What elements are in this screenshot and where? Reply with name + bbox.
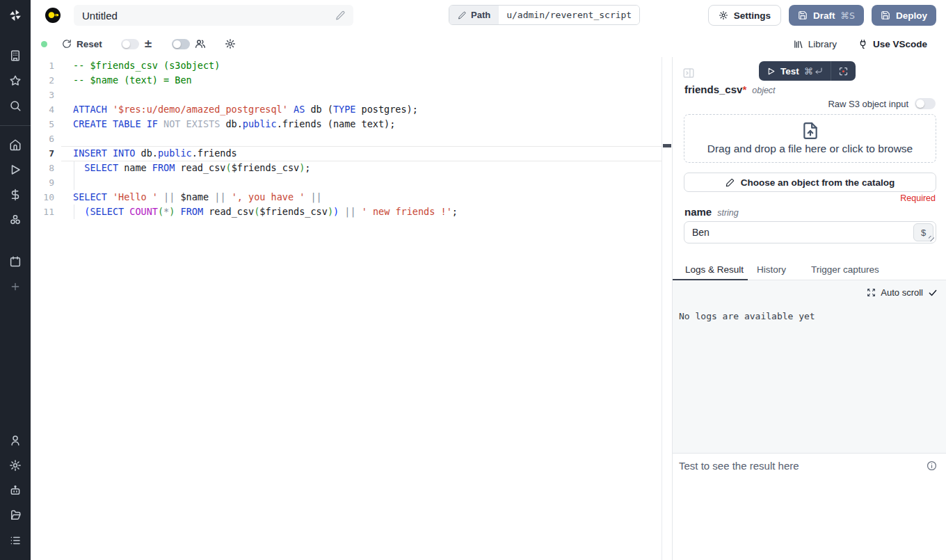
edit-path-pencil-icon (458, 11, 466, 19)
sidebar-item-audit-logs[interactable] (0, 528, 31, 553)
sidebar-item-home[interactable] (0, 132, 31, 157)
name-field-value: Ben (684, 227, 913, 238)
sidebar-item-favorites[interactable] (0, 68, 31, 93)
result-placeholder: Test to see the result here (679, 460, 799, 472)
code-line-9[interactable]: 9 (31, 175, 672, 190)
multiplayer-toggle[interactable] (172, 39, 190, 49)
code-text: SELECT name FROM read_csv($friends_csv); (73, 161, 310, 175)
use-vscode-button[interactable]: Use VScode (858, 39, 927, 49)
code-line-5[interactable]: 5CREATE TABLE IF NOT EXISTS db.public.fr… (31, 117, 672, 131)
draft-shortcut: ⌘S (841, 10, 855, 21)
sidebar-item-resources[interactable] (0, 207, 31, 232)
test-button[interactable]: Test ⌘ (759, 66, 831, 77)
deploy-button[interactable]: Deploy (872, 5, 936, 26)
library-label: Library (808, 39, 837, 49)
test-button-group: Test ⌘ (759, 61, 856, 81)
field-label-name: name string (684, 206, 739, 218)
auto-scroll-label: Auto scroll (881, 287, 923, 298)
library-button[interactable]: Library (793, 39, 837, 49)
input-resize-handle[interactable] (929, 236, 935, 242)
sidebar-item-workspace-settings[interactable] (0, 453, 31, 478)
edit-title-pencil-icon[interactable] (335, 10, 345, 20)
code-line-10[interactable]: 10SELECT 'Hello ' || $name || ', you hav… (31, 190, 672, 205)
line-number: 5 (31, 117, 54, 131)
result-section: Test to see the result here (673, 453, 946, 560)
settings-button[interactable]: Settings (708, 5, 781, 26)
sidebar-item-create[interactable] (0, 274, 31, 299)
command-key-icon: ⌘ (804, 66, 813, 77)
script-title: Untitled (82, 10, 335, 22)
deploy-button-label: Deploy (896, 10, 927, 21)
logs-section: Auto scroll No logs are available yet (673, 280, 946, 453)
panel-tabs: Logs & Result History Trigger captures (673, 263, 946, 280)
play-icon (767, 67, 776, 76)
sidebar-item-folders[interactable] (0, 503, 31, 528)
auto-scroll-control[interactable]: Auto scroll (867, 287, 938, 298)
library-icon (793, 39, 803, 49)
code-line-6[interactable]: 6 (31, 131, 672, 146)
info-icon[interactable] (927, 461, 937, 471)
script-title-input[interactable]: Untitled (74, 5, 353, 26)
logs-empty-message: No logs are available yet (679, 311, 815, 321)
field-label-friends-csv: friends_csv* object (684, 83, 776, 95)
editor-settings-gear-icon[interactable] (225, 38, 236, 49)
file-dropzone[interactable]: Drag and drop a file here or click to br… (684, 114, 936, 163)
code-line-4[interactable]: 4ATTACH '$res:u/demo/amazed_postgresql' … (31, 102, 672, 117)
windmill-logo-icon[interactable] (0, 0, 31, 31)
capture-test-button[interactable] (831, 66, 856, 77)
code-line-1[interactable]: 1-- $friends_csv (s3object) (31, 58, 672, 73)
line-number: 11 (31, 205, 54, 219)
code-area[interactable]: 1-- $friends_csv (s3object)2-- $name (te… (31, 57, 672, 560)
multiplayer-users-icon (195, 38, 206, 49)
field-name: friends_csv* (684, 83, 746, 95)
sidebar-bottom-group (0, 428, 31, 560)
reset-button[interactable]: Reset (62, 39, 102, 49)
tab-history[interactable]: History (757, 264, 786, 275)
sidebar-middle-group (0, 132, 31, 299)
code-line-11[interactable]: 11 (SELECT COUNT(*) FROM read_csv($frien… (31, 205, 672, 219)
app-sidebar (0, 0, 31, 560)
code-text: -- $name (text) = Ben (73, 73, 192, 88)
catalog-button-label: Choose an object from the catalog (741, 177, 895, 188)
test-button-label: Test (780, 66, 799, 77)
sidebar-item-ai-assistant[interactable] (0, 478, 31, 503)
run-preview-panel: Test ⌘ friends_csv* object Raw S3 object… (672, 57, 946, 560)
indent-guide (74, 205, 74, 219)
expand-icon[interactable] (867, 288, 876, 297)
cursor-position-mark (663, 144, 671, 147)
code-text: SELECT 'Hello ' || $name || ', you have … (73, 190, 322, 205)
code-line-7[interactable]: 7INSERT INTO db.public.friends (31, 146, 672, 161)
code-line-2[interactable]: 2-- $name (text) = Ben (31, 73, 672, 88)
focus-capture-icon (838, 66, 849, 77)
test-shortcut: ⌘ (804, 66, 823, 77)
code-line-8[interactable]: 8 SELECT name FROM read_csv($friends_csv… (31, 161, 672, 175)
indent-guide (74, 175, 74, 190)
diff-icon: ± (144, 38, 153, 50)
sidebar-item-schedules[interactable] (0, 249, 31, 274)
raw-s3-toggle[interactable] (915, 98, 936, 109)
collapse-panel-icon[interactable] (682, 67, 695, 79)
tab-trigger-captures[interactable]: Trigger captures (811, 264, 879, 275)
draft-button[interactable]: Draft ⌘S (789, 5, 864, 26)
path-value: u/admin/reverent_script (499, 6, 639, 24)
choose-object-catalog-button[interactable]: Choose an object from the catalog (684, 173, 936, 192)
sidebar-item-variables[interactable] (0, 182, 31, 207)
code-text: ATTACH '$res:u/demo/amazed_postgresql' A… (73, 102, 418, 117)
sidebar-item-runs[interactable] (0, 157, 31, 182)
field-type: object (752, 86, 775, 95)
sidebar-item-search[interactable] (0, 93, 31, 118)
diff-mode-toggle[interactable] (121, 39, 139, 49)
name-field-input[interactable]: Ben $ (684, 221, 936, 243)
tab-logs-result[interactable]: Logs & Result (685, 264, 744, 275)
sidebar-item-account[interactable] (0, 428, 31, 453)
line-number: 8 (31, 161, 54, 175)
sidebar-item-workspace[interactable] (0, 43, 31, 68)
code-text: INSERT INTO db.public.friends (73, 146, 237, 161)
save-icon (798, 10, 808, 20)
code-line-3[interactable]: 3 (31, 88, 672, 102)
code-editor[interactable]: 1-- $friends_csv (s3object)2-- $name (te… (31, 57, 672, 560)
required-note: Required (900, 193, 936, 203)
path-button[interactable]: Path u/admin/reverent_script (449, 5, 640, 25)
file-upload-icon (801, 122, 819, 140)
gear-icon (719, 10, 728, 20)
